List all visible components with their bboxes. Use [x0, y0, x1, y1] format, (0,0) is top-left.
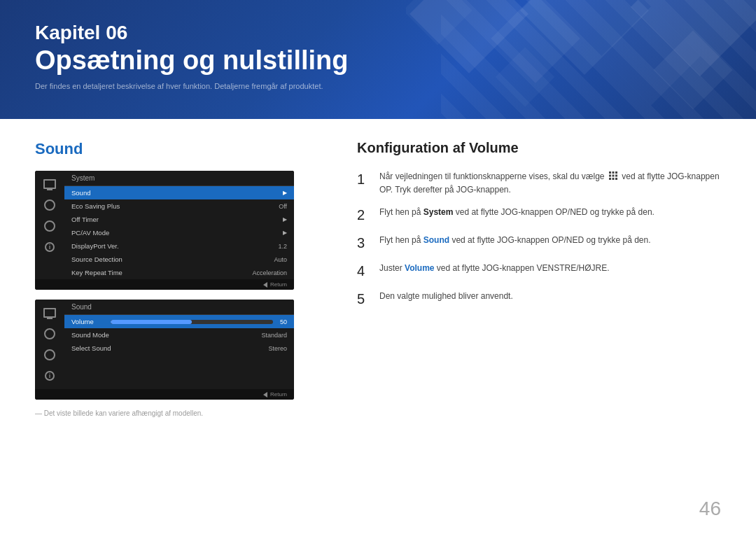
menu-item-pcav: PC/AV Mode ▶	[64, 226, 294, 239]
step-4: 4 Juster Volume ved at flytte JOG-knappe…	[357, 262, 721, 280]
header-banner: Kapitel 06 Opsætning og nulstilling Der …	[0, 0, 756, 119]
grid-icon	[609, 171, 617, 183]
config-title: Konfiguration af Volume	[357, 140, 721, 156]
screen1-menu: System Sound ▶ Eco Saving Plus Off Off T…	[64, 171, 294, 279]
menu-item-keyrepeat: Key Repeat Time Acceleration	[64, 266, 294, 279]
svg-rect-1	[612, 171, 614, 174]
step-1: 1 Når vejledningen til funktionsknappern…	[357, 170, 721, 196]
monitor-icon	[42, 176, 57, 192]
step-2: 2 Flyt hen på System ved at flytte JOG-k…	[357, 206, 721, 224]
step-list: 1 Når vejledningen til funktionsknappern…	[357, 170, 721, 308]
gear-icon2	[42, 347, 57, 363]
return-arrow-icon2	[263, 392, 267, 398]
page-title: Opsætning og nulstilling	[35, 45, 721, 77]
header-subtitle: Der findes en detaljeret beskrivelse af …	[35, 82, 721, 90]
svg-rect-5	[615, 174, 617, 176]
arrows-icon2	[42, 326, 57, 342]
svg-rect-2	[615, 171, 617, 174]
image-caption: ― Det viste billede kan variere afhængig…	[35, 409, 329, 417]
svg-rect-7	[612, 178, 614, 180]
menu-item-offtimer: Off Timer ▶	[64, 213, 294, 226]
svg-rect-8	[615, 178, 617, 180]
monitor-icon2	[42, 305, 57, 321]
svg-rect-6	[609, 178, 611, 180]
return-arrow-icon	[263, 282, 267, 288]
screen1-footer: Return	[35, 279, 294, 290]
left-column: Sound i	[35, 140, 329, 417]
screen1-header: System	[64, 171, 294, 186]
header-decoration	[406, 0, 756, 119]
menu-item-selectsound: Select Sound Stereo	[64, 342, 294, 355]
screen2-header: Sound	[64, 300, 294, 315]
screen2-footer: Return	[35, 389, 294, 400]
screen1-sidebar: i	[35, 171, 64, 279]
screen2-menu: Sound Volume 50 Sound Mode Standa	[64, 300, 294, 389]
menu-item-source: Source Detection Auto	[64, 253, 294, 266]
page-number: 46	[699, 498, 721, 520]
step-5: 5 Den valgte mulighed bliver anvendt.	[357, 290, 721, 308]
info-icon: i	[42, 239, 57, 255]
right-column: Konfiguration af Volume 1 Når vejledning…	[357, 140, 721, 417]
menu-item-soundmode: Sound Mode Standard	[64, 328, 294, 342]
screen2: i Sound Volume 50	[35, 300, 294, 400]
svg-rect-4	[612, 174, 614, 176]
menu-item-eco: Eco Saving Plus Off	[64, 199, 294, 213]
screen2-sidebar: i	[35, 300, 64, 389]
volume-bar: 50	[111, 318, 287, 325]
menu-item-sound: Sound ▶	[64, 186, 294, 199]
volume-bar-bg	[111, 320, 273, 324]
svg-rect-3	[609, 174, 611, 176]
section-title: Sound	[35, 140, 329, 158]
menu-item-volume: Volume 50	[64, 315, 294, 328]
info-icon2: i	[42, 368, 57, 384]
menu-item-displayport: DisplayPort Ver. 1.2	[64, 239, 294, 253]
main-content: Sound i	[0, 119, 756, 431]
volume-bar-fill	[111, 320, 192, 324]
gear-icon	[42, 218, 57, 234]
arrows-icon	[42, 197, 57, 213]
chapter-label: Kapitel 06	[35, 21, 721, 45]
screen1: i System Sound ▶ Eco Saving Plus Off Off…	[35, 171, 294, 290]
svg-rect-0	[609, 171, 611, 174]
step-3: 3 Flyt hen på Sound ved at flytte JOG-kn…	[357, 234, 721, 252]
